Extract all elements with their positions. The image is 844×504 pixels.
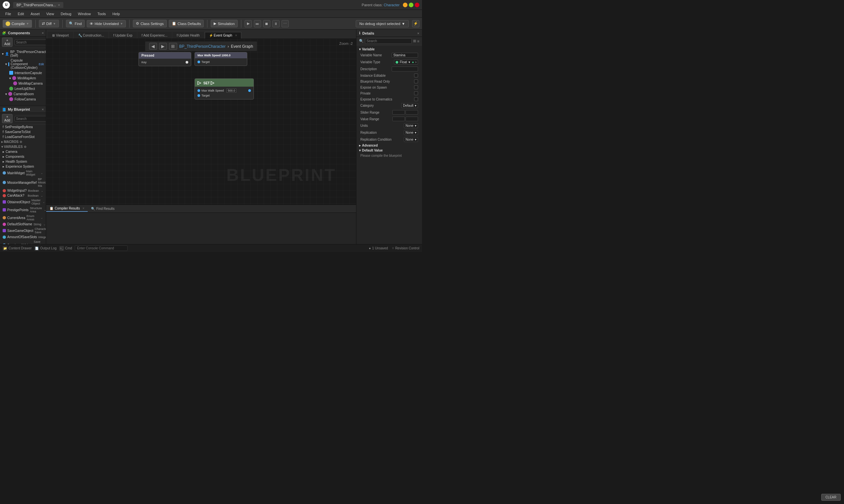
var-group-health[interactable]: ▸ Health System — [0, 159, 46, 164]
console-input[interactable] — [75, 246, 127, 251]
more-button[interactable]: ⋯ — [281, 20, 289, 28]
breadcrumb-home-btn[interactable]: ⊞ — [169, 43, 177, 50]
menu-view[interactable]: View — [44, 11, 57, 16]
breadcrumb-forward-btn[interactable]: ▶ — [159, 43, 167, 50]
compiler-results-tab[interactable]: 📋 Compiler Results × — [46, 205, 88, 212]
find-button[interactable]: 🔍 Find — [66, 20, 85, 28]
var-mainwidget[interactable]: MainWidget Main Widget ⌄ — [0, 169, 46, 177]
expose-cinematics-checkbox[interactable] — [414, 97, 418, 101]
compiler-close-btn[interactable]: × — [82, 206, 84, 210]
advanced-section-header[interactable]: ▸ Advanced — [356, 143, 422, 148]
menu-file[interactable]: File — [3, 11, 14, 16]
components-add-button[interactable]: + Add — [2, 38, 13, 47]
func-loadgame[interactable]: f LoadGameFromSlot — [0, 134, 46, 139]
tab-update-exp[interactable]: f Update Exp — [109, 32, 137, 38]
menu-edit[interactable]: Edit — [15, 11, 27, 16]
details-close-btn[interactable]: × — [417, 31, 419, 35]
instance-editable-checkbox[interactable] — [414, 73, 418, 77]
value-min-input[interactable] — [392, 116, 405, 121]
blueprint-search-input[interactable] — [15, 116, 46, 122]
var-saveloadwidget[interactable]: SaveLoadWidget Save Load Wid ⌄ — [0, 239, 46, 244]
comp-item-capsule[interactable]: ▾ Capsule Component (CollisionCylinder) … — [0, 58, 46, 70]
comp-item-followcamera[interactable]: FollowCamera — [0, 96, 46, 102]
comp-item-self[interactable]: ▾ 👤 BP_ThirdPersonCharacter (Self) — [0, 49, 46, 58]
minimize-btn[interactable] — [403, 3, 408, 7]
class-defaults-button[interactable]: 📋 Class Defaults — [169, 20, 204, 28]
slider-max-input[interactable] — [406, 110, 418, 115]
var-savegameobject[interactable]: SaveGameObject Character Save ⌄ — [0, 227, 46, 235]
tab-viewport[interactable]: 🖥 Viewport — [48, 32, 73, 38]
editor-tab[interactable]: BP_ThirdPersonChara... × — [13, 2, 63, 8]
revision-control-btn[interactable]: ⑂ Revision Control — [392, 247, 419, 250]
class-settings-button[interactable]: ⚙ Class Settings — [133, 20, 167, 28]
var-defaultslotname[interactable]: DefaultSlotName String ⌄ — [0, 222, 46, 227]
output-log-btn[interactable]: 📄 Output Log — [34, 246, 56, 251]
func-setprestige[interactable]: f SetPrestigeByArea — [0, 125, 46, 129]
diff-button[interactable]: ⇄ Diff ▼ — [39, 20, 59, 28]
breadcrumb-back-btn[interactable]: ◀ — [149, 43, 157, 50]
var-obtainedobject[interactable]: ObtainedObject Master Object ⌄ — [0, 198, 46, 206]
variables-add-btn[interactable]: ⊕ — [24, 145, 27, 148]
variables-section-header[interactable]: ▾ VARIABLES ⊕ — [0, 144, 46, 149]
variable-name-input[interactable] — [392, 53, 418, 58]
list-view-icon[interactable]: ≡ — [417, 39, 419, 43]
play-button[interactable]: ▶ — [245, 20, 252, 28]
comp-item-interaction[interactable]: InteractionCapsule — [0, 70, 46, 75]
variable-section-header[interactable]: ▾ Variable — [356, 47, 422, 52]
menu-debug[interactable]: Debug — [58, 11, 74, 16]
pressed-node[interactable]: Pressed Key — [138, 52, 191, 66]
menu-asset[interactable]: Asset — [28, 11, 42, 16]
comp-item-minimap-arm[interactable]: ▾ MiniMapArm — [0, 75, 46, 81]
maxwalkspeed-node[interactable]: Max Walk Speed 1000.0 Target — [194, 52, 247, 66]
edit-link[interactable]: Edit — [38, 62, 44, 66]
hide-unrelated-button[interactable]: 👁 Hide Unrelated ▼ — [87, 20, 126, 28]
default-value-section-header[interactable]: ▾ Default Value — [356, 148, 422, 153]
variable-type-dropdown[interactable]: Float ▾ ● › — [394, 60, 418, 65]
debug-object-dropdown[interactable]: No debug object selected ▼ — [356, 20, 409, 28]
comp-item-levelup[interactable]: LevelUpEffect — [0, 86, 46, 91]
menu-window[interactable]: Window — [75, 11, 93, 16]
debug-action-button[interactable]: ⚡ — [412, 20, 419, 28]
find-results-tab[interactable]: 🔍 Find Results — [88, 206, 118, 212]
simulation-button[interactable]: ▶ Simulation — [211, 20, 237, 28]
blueprint-add-button[interactable]: + Add — [2, 114, 13, 123]
var-currentarea[interactable]: CurrentArea Enum Areas ⌄ — [0, 214, 46, 222]
var-canattack[interactable]: CanAttack? Boolean ⌄ — [0, 193, 46, 198]
replication-dropdown[interactable]: None ▾ — [404, 130, 418, 135]
details-search-input[interactable] — [365, 38, 412, 44]
units-dropdown[interactable]: None ▾ — [404, 123, 418, 128]
close-btn[interactable] — [415, 3, 419, 7]
grid-view-icon[interactable]: ⊞ — [413, 39, 416, 43]
description-input[interactable] — [392, 67, 418, 71]
tab-construction[interactable]: 🔧 Construction... — [74, 32, 108, 38]
comp-item-minimap-camera[interactable]: MiniMapCamera — [0, 81, 46, 86]
var-group-components[interactable]: ▸ Components — [0, 154, 46, 159]
content-drawer-btn[interactable]: 📁 Content Drawer — [3, 246, 32, 251]
var-prestigepoints[interactable]: PrestigePoints Structure Area ⌄ — [0, 206, 46, 214]
slider-min-input[interactable] — [392, 110, 405, 115]
comp-item-cameraboom[interactable]: ▾ CameraBoom — [0, 91, 46, 96]
close-tab-btn[interactable]: × — [58, 3, 60, 7]
macros-add-btn[interactable]: ⊕ — [19, 140, 22, 144]
var-missionmanager[interactable]: MissionManagerRef BP Mission Ma ⌄ — [0, 177, 46, 188]
components-search-input[interactable] — [15, 39, 46, 45]
var-widgetinput[interactable]: WidgetInput? Boolean ⌄ — [0, 188, 46, 193]
pause-button[interactable]: ⏸ — [272, 20, 279, 28]
value-max-input[interactable] — [406, 116, 418, 121]
set-node[interactable]: ▷ SET ▷ Max Walk Speed 500.0 Target — [194, 78, 254, 100]
stop-button[interactable]: ⏹ — [263, 20, 270, 28]
event-graph-close-btn[interactable]: × — [235, 34, 237, 37]
my-blueprint-close-btn[interactable]: × — [42, 107, 44, 111]
expose-spawn-checkbox[interactable] — [414, 85, 418, 89]
replication-condition-dropdown[interactable]: None ▾ — [404, 137, 418, 142]
menu-help[interactable]: Help — [110, 11, 123, 16]
func-savegame[interactable]: f SaveGameToSlot — [0, 129, 46, 134]
tab-event-graph[interactable]: ⚡ Event Graph × — [205, 32, 242, 38]
compile-button[interactable]: Compile ▼ — [3, 20, 32, 28]
private-checkbox[interactable] — [414, 91, 418, 95]
category-dropdown[interactable]: Default ▾ — [401, 103, 418, 108]
skip-forward-button[interactable]: ⏭ — [254, 20, 261, 28]
cmd-btn[interactable]: >_ Cmd — [59, 246, 72, 251]
blueprint-canvas[interactable]: ◀ ▶ ⊞ BP_ThirdPersonCharacter › Event Gr… — [46, 39, 356, 204]
blueprint-readonly-checkbox[interactable] — [414, 79, 418, 83]
